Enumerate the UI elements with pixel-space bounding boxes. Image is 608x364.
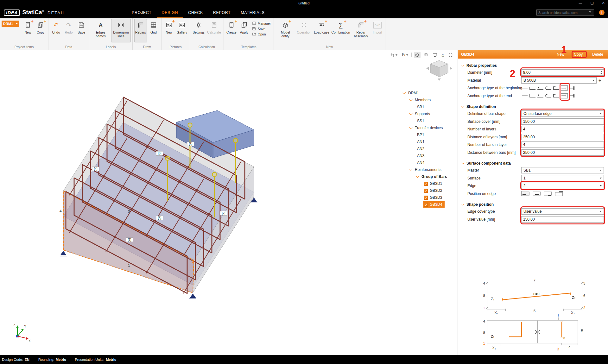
settings-button[interactable]: Settings — [192, 19, 206, 42]
search-input[interactable] — [538, 11, 587, 15]
add-material-button[interactable]: + — [598, 78, 601, 83]
grid-button[interactable]: Grid — [148, 19, 160, 42]
surface-cover-input[interactable] — [521, 118, 604, 125]
3d-scene[interactable]: [1] [2] [3] [4] [5] [6] 3 1 2 4 Z — [0, 50, 458, 355]
tree-item-an1[interactable]: AN1 — [401, 138, 457, 145]
tree-item-sb1[interactable]: SB1 — [401, 104, 457, 110]
anchorage-head-icon[interactable] — [561, 85, 568, 91]
tab-project[interactable]: PROJECT — [127, 7, 157, 18]
section-shape-definition[interactable]: Shape definition — [458, 104, 608, 110]
undo-button[interactable]: ↶ Undo — [50, 19, 62, 42]
section-rebar-properties[interactable]: Rebar properties — [458, 62, 608, 69]
anchorage-plate-icon[interactable] — [569, 93, 576, 98]
tree-item-members[interactable]: Members — [401, 97, 457, 104]
load-case-button[interactable]: + Load case — [313, 19, 330, 42]
anchorage-hook-icon[interactable] — [545, 85, 552, 91]
minimize-icon[interactable]: — — [579, 1, 582, 5]
render-view-button[interactable] — [432, 52, 438, 58]
section-surface-component[interactable]: Surface component data — [458, 160, 608, 166]
checkbox-checked[interactable] — [424, 196, 428, 200]
rebars-button[interactable]: Rebars — [134, 19, 147, 42]
template-open-button[interactable]: Open — [251, 32, 272, 36]
fullscreen-button[interactable] — [447, 52, 454, 58]
material-select[interactable]: B 500B — [521, 77, 597, 84]
number-of-layers-input[interactable] — [521, 126, 604, 132]
position-edge-icon[interactable] — [543, 191, 552, 196]
info-icon[interactable]: i — [599, 10, 605, 15]
close-icon[interactable]: ✕ — [602, 1, 605, 5]
tree-item-an2[interactable]: AN2 — [401, 145, 457, 152]
chevron-down-icon[interactable] — [409, 98, 413, 101]
anchorage-plate-icon[interactable] — [569, 85, 576, 91]
navigation-cube[interactable] — [426, 60, 452, 81]
checkbox-checked[interactable] — [424, 203, 428, 207]
anchorage-slant-icon[interactable] — [537, 85, 544, 91]
edge-select[interactable]: 2 — [521, 183, 604, 189]
tree-item-ss1[interactable]: SS1 — [401, 117, 457, 124]
user-value-input[interactable] — [521, 216, 604, 223]
tree-item-reinforcements[interactable]: Reinforcements — [401, 166, 457, 173]
tab-report[interactable]: REPORT — [208, 7, 236, 18]
bar-shape-select[interactable]: On surface edge — [521, 110, 604, 117]
surface-select[interactable]: 1 — [521, 175, 604, 181]
master-select[interactable]: SB1 — [521, 167, 604, 173]
copy-project-item-button[interactable]: + Copy — [35, 19, 47, 42]
anchorage-straight-icon[interactable] — [521, 93, 528, 98]
tree-item-transfer-devices[interactable]: Transfer devices — [401, 124, 457, 131]
bars-in-layer-input[interactable] — [521, 141, 604, 148]
layers-view-button[interactable] — [423, 52, 429, 58]
chevron-down-icon[interactable] — [409, 126, 413, 129]
new-picture-button[interactable]: + New — [163, 19, 175, 42]
rotate-view-button[interactable]: ↻ — [401, 52, 409, 58]
edges-names-button[interactable]: A Edges names — [91, 19, 111, 42]
position-outside-icon[interactable] — [554, 191, 563, 196]
project-item-selector[interactable]: DRM1 — [2, 21, 19, 27]
checkbox-checked[interactable] — [424, 189, 428, 193]
rebar-assembly-button[interactable]: + Rebar assembly — [351, 19, 371, 42]
distance-of-layers-input[interactable] — [521, 134, 604, 140]
tree-item-gb3d2[interactable]: GB3D2 — [401, 187, 457, 194]
spinner-arrows[interactable] — [599, 70, 604, 75]
axonometry-view-button[interactable] — [414, 52, 421, 58]
tab-check[interactable]: CHECK — [183, 7, 208, 18]
dimension-lines-button[interactable]: Dimension lines — [111, 19, 131, 42]
new-project-item-button[interactable]: + New — [22, 19, 34, 42]
template-manager-button[interactable]: Manager — [251, 21, 272, 26]
template-save-button[interactable]: Save — [251, 26, 272, 31]
tab-design[interactable]: DESIGN — [157, 7, 183, 18]
diameter-input[interactable] — [521, 69, 604, 76]
template-create-button[interactable]: + Create — [225, 19, 238, 42]
model-entity-button[interactable]: + Model entity — [276, 19, 295, 42]
combination-button[interactable]: ∑+ Combination — [331, 19, 351, 42]
distance-between-bars-input[interactable] — [521, 149, 604, 156]
anchorage-head-icon[interactable] — [561, 93, 568, 98]
position-inside-icon[interactable] — [521, 191, 530, 196]
anchorage-slant-icon[interactable] — [537, 93, 544, 98]
anchorage-loop-icon[interactable] — [553, 85, 560, 91]
3d-viewport[interactable]: ↻ ⌂ — [0, 50, 458, 355]
anchorage-loop-icon[interactable] — [553, 93, 560, 98]
chevron-down-icon[interactable] — [416, 175, 419, 178]
copy-rebar-button[interactable]: Copy — [569, 50, 587, 59]
crop-view-button[interactable] — [390, 52, 398, 58]
position-center-icon[interactable] — [532, 191, 541, 196]
tree-item-gb3d4[interactable]: GB3D4 — [401, 201, 457, 208]
tree-item-an3[interactable]: AN3 — [401, 152, 457, 159]
home-view-button[interactable]: ⌂ — [440, 52, 445, 58]
maximize-icon[interactable]: ▢ — [590, 1, 593, 5]
gallery-button[interactable]: Gallery — [176, 19, 188, 42]
anchorage-bend-icon[interactable] — [529, 85, 536, 91]
edge-cover-type-select[interactable]: User value — [521, 208, 604, 215]
delete-rebar-button[interactable]: Delete — [587, 50, 608, 59]
section-shape-position[interactable]: Shape position — [458, 201, 608, 208]
anchorage-straight-icon[interactable] — [521, 85, 528, 91]
template-apply-button[interactable]: Apply — [238, 19, 250, 42]
anchorage-hook-icon[interactable] — [545, 93, 552, 98]
tree-item-drm1[interactable]: DRM1 — [401, 90, 457, 97]
chevron-down-icon[interactable] — [403, 91, 406, 94]
anchorage-bend-icon[interactable] — [529, 93, 536, 98]
tree-item-supports[interactable]: Supports — [401, 110, 457, 117]
tree-item-group-of-bars[interactable]: Group of Bars — [401, 173, 457, 180]
save-button[interactable]: Save — [75, 19, 87, 42]
chevron-down-icon[interactable] — [409, 168, 413, 171]
